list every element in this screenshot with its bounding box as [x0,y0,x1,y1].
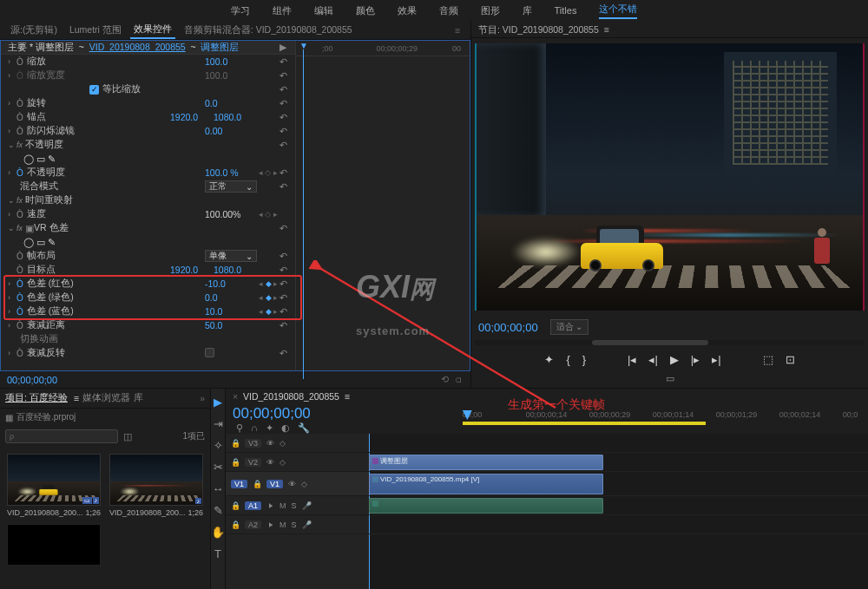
ws-graphics[interactable]: 图形 [481,4,500,17]
track-header-v1[interactable]: V1🔒V1👁◇ [226,472,369,496]
mic-icon[interactable]: 🎤 [302,520,312,529]
prop-antiflicker[interactable]: ›Ò防闪烁滤镜0.00↶ [1,124,295,138]
bin-icon[interactable]: ▦ [5,413,13,422]
safe-margins-icon[interactable]: ▭ [666,373,674,384]
ws-learn[interactable]: 学习 [231,4,250,17]
ws-library[interactable]: 库 [523,4,532,17]
prop-speed[interactable]: ›Ò速度100.00%◂ ◇ ▸ [1,207,295,221]
search-input[interactable]: ρ [5,429,118,443]
prop-opacity[interactable]: ›Ò不透明度100.0 %◂ ◇ ▸↶ [1,166,295,180]
zoom-dropdown[interactable]: 适合 ⌄ [550,319,589,335]
work-area-bar[interactable] [463,422,706,425]
effect-mini-timeline[interactable]: ▼ ;00 00;00;00;29 00 [295,41,470,370]
lock-icon[interactable]: 🔒 [231,520,240,529]
pen-tool-icon[interactable]: ✎ [214,504,223,517]
tab-effect-controls[interactable]: 效果控件 [130,22,175,39]
lane-v2[interactable]: 调整图层 [369,453,868,472]
prop-blend[interactable]: 混合模式正常⌄↶ [1,180,295,193]
sequence-title[interactable]: VID_20190808_200855 [243,391,339,402]
eye-icon[interactable]: 👁 [266,439,274,448]
project-item-1[interactable]: ▭♪ VID_20190808_200...1;26 [7,454,101,517]
ws-effects[interactable]: 效果 [398,4,417,17]
link-icon[interactable]: ∩ [251,422,258,434]
group-timeremap[interactable]: ⌄fx时间重映射 [1,193,295,207]
prop-rotation[interactable]: ›Ò旋转0.0↶ [1,96,295,110]
pen-mask-icon[interactable]: ✎ [48,154,56,164]
tab-source[interactable]: 源:(无剪辑) [7,23,61,38]
framelayout-dropdown[interactable]: 单像⌄ [205,250,257,262]
program-timecode[interactable]: 00;00;00;00 [478,321,538,334]
ws-custom[interactable]: 这个不错 [599,3,637,19]
clip-video-main[interactable]: VID_20190808_200855.mp4 [V] [369,474,603,494]
effects-property-list[interactable]: 主要 * 调整图层 ~ VID_20190808_200855 ~ 调整图层 ▶… [1,41,295,370]
prop-falloff[interactable]: ›Ò衰减距离50.0↶ [1,318,295,332]
zoom-wave-icon[interactable]: ⫏ [454,374,464,384]
checkbox-icon[interactable]: ✓ [89,85,99,95]
tab-audio-mixer[interactable]: 音频剪辑混合器: VID_20190808_200855 [181,23,356,38]
extract-icon[interactable]: ⊡ [786,353,795,366]
track-select-tool-icon[interactable]: ⇥ [214,417,223,430]
ws-assembly[interactable]: 组件 [273,4,292,17]
group-vr-aberration[interactable]: ⌄fx▣VR 色差↶ [1,221,295,235]
mic-icon[interactable]: 🎤 [302,501,312,510]
selection-tool-icon[interactable]: ▶ [214,396,222,409]
ws-audio[interactable]: 音频 [439,4,458,17]
lock-icon[interactable]: 🔒 [253,480,261,488]
wrench-icon[interactable]: 🔧 [298,422,310,434]
panel-menu-icon[interactable]: ≡ [451,23,464,37]
type-tool-icon[interactable]: T [214,547,221,560]
mute-icon[interactable]: 🕨 [266,520,274,529]
ws-titles[interactable]: Titles [555,5,577,16]
prop-target[interactable]: Ò目标点1920.01080.0↶ [1,263,295,277]
go-out-icon[interactable]: ▸| [712,353,720,366]
prop-framelayout[interactable]: Ò帧布局单像⌄↶ [1,249,295,263]
razor-tool-icon[interactable]: ✂ [214,461,223,474]
clip-adjustment-layer[interactable]: 调整图层 [369,455,603,470]
settings-icon[interactable]: ◐ [281,422,290,434]
lane-v1[interactable]: VID_20190808_200855.mp4 [V] [369,472,868,496]
panel-chev-icon[interactable]: » [200,393,205,403]
mask-tools-vr[interactable]: ◯ ▭ ✎ [1,235,295,249]
track-header-a1[interactable]: 🔒A1🕨MS🎤 [226,496,369,515]
prop-scale[interactable]: ›Ò缩放100.0↶ [1,55,295,69]
zoom-out-icon[interactable]: ⟲ [441,374,449,384]
play-icon[interactable]: ▶ [279,42,295,53]
eye-icon[interactable]: 👁 [288,480,296,488]
add-marker-icon[interactable]: ✦ [544,353,554,366]
project-item-3[interactable] [7,524,101,566]
playhead-icon[interactable]: ▼ [299,41,308,50]
program-viewport[interactable] [477,43,863,311]
timeline-ruler[interactable]: 00;0000;00;00;1400;00;00;2900;00;01;1400… [463,410,868,428]
play-icon[interactable]: ▶ [670,353,679,366]
prop-scale-width[interactable]: ›Ò缩放宽度100.0↶ [1,69,295,82]
lock-icon[interactable]: 🔒 [231,439,240,448]
prop-aberration-blue[interactable]: ›Ò色差 (蓝色)10.0◂ ◆ ▸↶ [1,304,295,318]
tab-library[interactable]: 库 [134,392,143,404]
ellipse-mask-icon[interactable]: ◯ [23,237,34,247]
ws-edit[interactable]: 编辑 [314,4,333,17]
prop-anchor[interactable]: Ò锚点1920.01080.0↶ [1,110,295,124]
prop-uniform-scale[interactable]: ✓等比缩放↶ [1,82,295,96]
checkbox-icon[interactable] [205,348,214,357]
lane-a1[interactable] [369,496,868,515]
blend-dropdown[interactable]: 正常⌄ [205,180,257,193]
rect-mask-icon[interactable]: ▭ [36,237,45,247]
ellipse-mask-icon[interactable]: ◯ [23,154,34,164]
pen-mask-icon[interactable]: ✎ [48,237,56,247]
go-in-icon[interactable]: |◂ [628,353,636,366]
mute-icon[interactable]: 🕨 [266,501,274,510]
slip-tool-icon[interactable]: ↔ [213,482,224,495]
hand-tool-icon[interactable]: ✋ [211,526,225,539]
program-scrubber[interactable] [475,340,865,345]
prop-aberration-red[interactable]: ›Ò色差 (红色)-10.0◂ ◆ ▸↶ [1,277,295,291]
mask-tools[interactable]: ◯ ▭ ✎ [1,152,295,166]
mark-out-icon[interactable]: } [582,353,586,366]
ripple-tool-icon[interactable]: ✧ [214,439,223,452]
prop-aberration-green[interactable]: ›Ò色差 (绿色)0.0◂ ◆ ▸↶ [1,291,295,304]
project-item-2[interactable]: ♪ VID_20190808_200...1;26 [109,454,203,517]
lane-v3[interactable] [369,434,868,453]
timeline-timecode[interactable]: 00;00;00;00 [233,405,311,422]
tab-media-browser[interactable]: 媒体浏览器 [82,392,130,404]
timecode-label[interactable]: 00;00;00;00 [7,375,57,385]
clip-audio-main[interactable] [369,498,603,514]
